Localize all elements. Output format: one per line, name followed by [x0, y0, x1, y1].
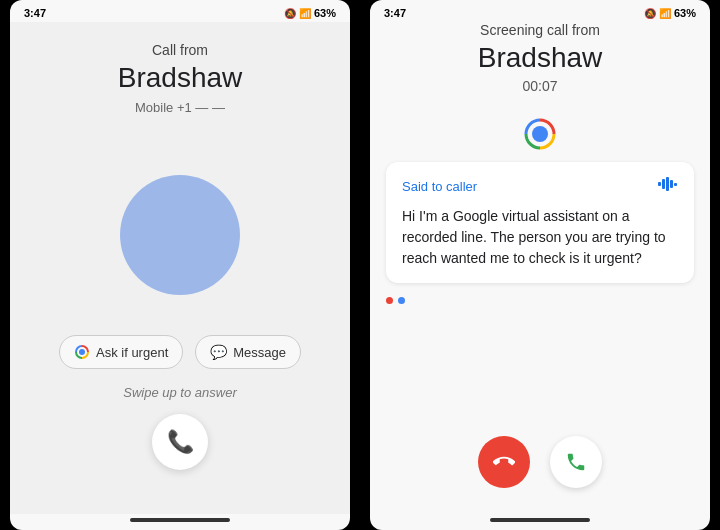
svg-point-0 — [79, 349, 85, 355]
audio-waveform — [658, 176, 678, 192]
dots-indicator — [386, 297, 405, 304]
svg-rect-6 — [674, 183, 677, 186]
caller-avatar — [120, 175, 240, 295]
left-phone-screen: 3:47 🔕 📶 63% Call from Bradshaw Mobile +… — [10, 0, 350, 530]
right-status-icons: 🔕 📶 63% — [644, 7, 696, 19]
screening-timer: 00:07 — [522, 78, 557, 94]
transcript-header: Said to caller — [402, 176, 678, 196]
svg-point-1 — [532, 126, 548, 142]
accept-icon — [565, 451, 587, 473]
message-icon: 💬 — [210, 344, 227, 360]
right-caller-name: Bradshaw — [478, 42, 603, 74]
svg-rect-4 — [666, 177, 669, 191]
answer-button[interactable]: 📞 — [152, 414, 208, 470]
swipe-label: Swipe up to answer — [123, 385, 236, 400]
screening-call-from-label: Screening call from — [480, 22, 600, 38]
dot-blue — [398, 297, 405, 304]
answer-phone-icon: 📞 — [167, 429, 194, 455]
home-indicator — [130, 518, 230, 522]
waveform-icon — [658, 176, 678, 196]
call-controls — [478, 426, 602, 498]
dot-red — [386, 297, 393, 304]
screening-content: Screening call from Bradshaw 00:07 Said … — [370, 22, 710, 514]
left-caller-name: Bradshaw — [118, 62, 243, 94]
right-home-indicator — [490, 518, 590, 522]
right-wifi-icon: 📶 — [659, 8, 671, 19]
message-button[interactable]: 💬 Message — [195, 335, 301, 369]
said-to-caller-label: Said to caller — [402, 179, 477, 194]
svg-rect-2 — [658, 182, 661, 186]
left-status-icons: 🔕 📶 63% — [284, 7, 336, 19]
google-assistant-icon — [520, 114, 560, 154]
right-battery-text: 63% — [674, 7, 696, 19]
right-mute-icon: 🔕 — [644, 8, 656, 19]
ask-if-urgent-button[interactable]: Ask if urgent — [59, 335, 183, 369]
transcript-card: Said to caller Hi I'm a Google virtual a… — [386, 162, 694, 283]
assistant-icon — [74, 344, 90, 360]
accept-button[interactable] — [550, 436, 602, 488]
caller-info: Mobile +1 — — — [135, 100, 225, 115]
ask-if-urgent-label: Ask if urgent — [96, 345, 168, 360]
wifi-icon: 📶 — [299, 8, 311, 19]
screening-header: Screening call from Bradshaw 00:07 — [370, 22, 710, 114]
message-label: Message — [233, 345, 286, 360]
mute-icon: 🔕 — [284, 8, 296, 19]
left-time: 3:47 — [24, 7, 46, 19]
right-phone-screen: 3:47 🔕 📶 63% Screening call from Bradsha… — [370, 0, 710, 530]
call-from-label: Call from — [152, 42, 208, 58]
right-status-bar: 3:47 🔕 📶 63% — [370, 0, 710, 22]
right-time: 3:47 — [384, 7, 406, 19]
action-buttons: Ask if urgent 💬 Message — [59, 335, 301, 369]
left-status-bar: 3:47 🔕 📶 63% — [10, 0, 350, 22]
call-screen: Call from Bradshaw Mobile +1 — — Ask if … — [10, 22, 350, 514]
decline-button[interactable] — [478, 436, 530, 488]
decline-icon — [493, 451, 515, 473]
svg-rect-5 — [670, 180, 673, 188]
battery-text: 63% — [314, 7, 336, 19]
svg-rect-3 — [662, 179, 665, 189]
transcript-text: Hi I'm a Google virtual assistant on a r… — [402, 206, 678, 269]
